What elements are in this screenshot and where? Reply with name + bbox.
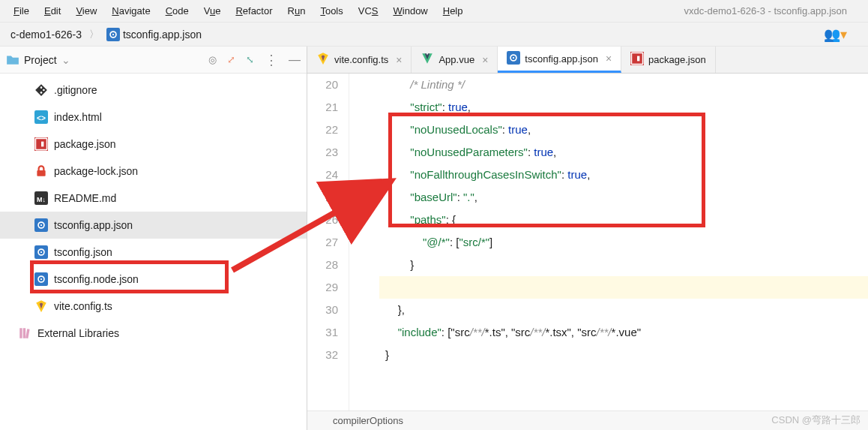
fold-gutter[interactable] bbox=[349, 74, 379, 410]
menu-window[interactable]: Window bbox=[386, 2, 435, 20]
folder-icon bbox=[6, 53, 19, 67]
tscog-icon bbox=[106, 28, 120, 41]
lock-icon bbox=[34, 164, 48, 178]
svg-point-2 bbox=[112, 33, 114, 35]
svg-point-22 bbox=[40, 278, 42, 280]
menu-file[interactable]: File bbox=[6, 2, 37, 20]
file-index.html[interactable]: <>index.html bbox=[0, 104, 307, 131]
tscog-icon bbox=[507, 51, 520, 67]
close-icon[interactable]: × bbox=[396, 54, 402, 66]
tab-App.vue[interactable]: App.vue× bbox=[412, 47, 498, 73]
svg-rect-24 bbox=[23, 328, 25, 338]
editor-tabs: vite.config.ts×App.vue×tsconfig.app.json… bbox=[307, 47, 868, 74]
editor-area: vite.config.ts×App.vue×tsconfig.app.json… bbox=[307, 47, 868, 430]
project-selector[interactable]: Project ⌄ bbox=[6, 53, 70, 67]
vue-icon bbox=[421, 52, 434, 68]
code-content[interactable]: /* Linting */ "strict": true, "noUnusedL… bbox=[379, 74, 868, 410]
breadcrumb-root[interactable]: c-demo1-626-3 bbox=[6, 27, 86, 42]
svg-rect-23 bbox=[19, 328, 22, 338]
npm-icon bbox=[34, 137, 48, 151]
menu-refactor[interactable]: Refactor bbox=[228, 2, 280, 20]
tab-package.json[interactable]: package.json bbox=[621, 47, 716, 73]
svg-point-5 bbox=[43, 89, 45, 92]
npm-icon bbox=[630, 52, 644, 68]
file-tree[interactable]: .gitignore<>index.htmlpackage.jsonpackag… bbox=[0, 74, 307, 430]
tab-tsconfig.app.json[interactable]: tsconfig.app.json× bbox=[498, 47, 621, 73]
close-icon[interactable]: × bbox=[482, 54, 488, 66]
sidebar-header: Project ⌄ ◎ ⤢ ⤡ ⋮ — bbox=[0, 47, 307, 74]
minimize-icon[interactable]: — bbox=[289, 53, 301, 67]
git-icon bbox=[34, 83, 48, 97]
menu-help[interactable]: Help bbox=[435, 2, 471, 20]
breadcrumb-sep: 〉 bbox=[86, 28, 102, 41]
svg-text:<>: <> bbox=[37, 114, 46, 122]
md-icon: M↓ bbox=[34, 191, 48, 205]
svg-rect-25 bbox=[25, 329, 29, 338]
menu-view[interactable]: View bbox=[68, 2, 104, 20]
svg-text:M↓: M↓ bbox=[37, 196, 46, 203]
window-title: vxdc-demo1-626-3 - tsconfig.app.json bbox=[684, 5, 862, 17]
code-area[interactable]: 20212223242526272829303132 /* Linting */… bbox=[307, 74, 868, 410]
svg-point-4 bbox=[40, 92, 43, 94]
vite-icon bbox=[34, 299, 48, 313]
file-package.json[interactable]: package.json bbox=[0, 131, 307, 158]
tscog-icon bbox=[34, 272, 48, 286]
external-libraries[interactable]: External Libraries bbox=[0, 320, 307, 347]
collapse-icon[interactable]: ⤡ bbox=[246, 54, 254, 65]
file-vite.config.ts[interactable]: vite.config.ts bbox=[0, 293, 307, 320]
file-tsconfig.json[interactable]: tsconfig.json bbox=[0, 239, 307, 266]
watermark: CSDN @弯路十三郎 bbox=[771, 413, 861, 427]
menu-run[interactable]: Run bbox=[280, 2, 313, 20]
breadcrumb-bar: c-demo1-626-3 〉 tsconfig.app.json 👥▾ bbox=[0, 23, 868, 47]
breadcrumb-file[interactable]: tsconfig.app.json bbox=[102, 26, 206, 43]
menu-navigate[interactable]: Navigate bbox=[104, 2, 157, 20]
libs-icon bbox=[18, 326, 31, 340]
html-icon: <> bbox=[34, 110, 48, 124]
svg-rect-10 bbox=[41, 142, 43, 147]
target-icon[interactable]: ◎ bbox=[208, 54, 217, 65]
vite-icon bbox=[316, 52, 330, 68]
more-icon[interactable]: ⋮ bbox=[265, 52, 278, 68]
menu-tools[interactable]: Tools bbox=[313, 2, 350, 20]
file-tsconfig.app.json[interactable]: tsconfig.app.json bbox=[0, 212, 307, 239]
svg-point-19 bbox=[40, 251, 42, 253]
file-tsconfig.node.json[interactable]: tsconfig.node.json bbox=[0, 266, 307, 293]
chevron-down-icon: ⌄ bbox=[61, 54, 70, 66]
tab-vite.config.ts[interactable]: vite.config.ts× bbox=[307, 47, 412, 73]
menu-code[interactable]: Code bbox=[158, 2, 196, 20]
file-README.md[interactable]: M↓README.md bbox=[0, 185, 307, 212]
menu-edit[interactable]: Edit bbox=[37, 2, 68, 20]
users-icon[interactable]: 👥▾ bbox=[824, 26, 862, 43]
svg-point-3 bbox=[40, 86, 43, 89]
svg-point-28 bbox=[513, 56, 514, 58]
file-.gitignore[interactable]: .gitignore bbox=[0, 77, 307, 104]
tscog-icon bbox=[34, 218, 48, 232]
project-sidebar: Project ⌄ ◎ ⤢ ⤡ ⋮ — .gitignore<>index.ht… bbox=[0, 47, 307, 430]
line-gutter: 20212223242526272829303132 bbox=[307, 74, 349, 410]
expand-icon[interactable]: ⤢ bbox=[227, 54, 235, 65]
svg-point-16 bbox=[40, 224, 42, 226]
svg-rect-11 bbox=[37, 170, 45, 176]
menu-vue[interactable]: Vue bbox=[196, 2, 229, 20]
menu-vcs[interactable]: VCS bbox=[351, 2, 386, 20]
menu-bar: File Edit View Navigate Code Vue Refacto… bbox=[0, 0, 868, 23]
svg-rect-31 bbox=[637, 56, 639, 62]
close-icon[interactable]: × bbox=[606, 53, 612, 65]
file-package-lock.json[interactable]: package-lock.json bbox=[0, 158, 307, 185]
tscog-icon bbox=[34, 245, 48, 259]
